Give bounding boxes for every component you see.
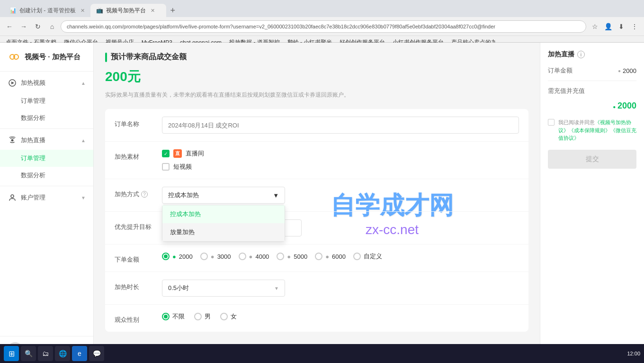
boost-video-label: 加热视频 [21,79,77,87]
material-short-video-option[interactable]: 短视频 [162,163,519,171]
settings-icon[interactable]: ⋮ [629,21,640,32]
material-live-badge-text: 直 [175,150,180,157]
tab-bar: 📊 创建计划 - 道哥管控板 ✕ 📺 视频号加热平台 ✕ + [0,0,644,17]
address-text: channels.weixin.qq.com/promote/pages/pla… [67,24,495,29]
amount-item-0[interactable]: ● 2000 [162,253,193,260]
taskbar-icon-3-symbol: 🌐 [59,350,67,357]
boost-video-arrow: ▲ [81,81,86,86]
gender-female[interactable]: 女 [220,312,237,321]
amount-radio-4[interactable] [315,253,322,260]
sidebar-item-account-mgmt[interactable]: 账户管理 ▼ [0,188,93,207]
taskbar-icon-1[interactable]: 🔍 [21,346,36,361]
order-name-input[interactable] [162,117,519,134]
gender-male-radio[interactable] [194,313,202,320]
new-tab-button[interactable]: + [166,4,179,17]
amount-label-2: ● [249,253,253,260]
profile-icon[interactable]: 👤 [602,21,614,32]
gender-label-text: 观众性别 [115,316,139,324]
tab-2[interactable]: 📺 视频号加热平台 ✕ [90,4,166,17]
taskbar-icon-2[interactable]: 🗂 [38,346,53,361]
amount-label-1: ● [211,253,215,260]
download-icon[interactable]: ⬇ [616,21,627,32]
agreement-checkbox[interactable] [548,119,555,126]
start-button[interactable]: ⊞ [4,346,19,361]
recharge-amount-row: ● 2000 [548,101,636,111]
content-area: 自学成才网 zx-cc.net 预计带来商品成交金额 200元 实际效果与直播质… [94,43,644,363]
right-panel-title: 加热直播 i [548,50,636,59]
dropdown-item-volume[interactable]: 放量加热 [162,223,285,241]
gender-nolimit-radio[interactable] [162,313,170,320]
amount-item-5[interactable]: 自定义 [353,252,382,261]
forward-button[interactable]: → [18,21,29,32]
amount-value-1: 3000 [217,253,231,260]
account-mgmt-label: 账户管理 [21,193,77,202]
material-live-checkbox[interactable]: ✓ [162,150,170,157]
order-mgmt-live-label: 订单管理 [21,154,45,163]
sidebar-item-order-mgmt-live[interactable]: 订单管理 [0,150,93,167]
amount-label: 下单金额 [115,252,162,264]
method-selected-text: 控成本加热 [168,191,199,200]
data-analysis-video-label: 数据分析 [21,114,45,122]
amount-radio-1[interactable] [200,253,208,260]
sidebar-item-order-mgmt-video[interactable]: 订单管理 [0,92,93,109]
logo-icon [8,50,21,64]
amount-radio-3[interactable] [277,253,284,260]
sidebar-item-data-analysis-video[interactable]: 数据分析 [0,109,93,127]
main-content: 自学成才网 zx-cc.net 预计带来商品成交金额 200元 实际效果与直播质… [94,43,540,363]
material-short-video-checkbox[interactable] [162,163,170,171]
agreement-link-2[interactable]: 《成本保障规则》 [569,127,610,133]
title-accent [105,53,107,62]
amount-item-4[interactable]: ● 6000 [315,253,346,260]
sidebar-item-boost-video[interactable]: 加热视频 ▲ [0,73,93,92]
material-label: 加热素材 [115,149,162,161]
section-title-bar: 预计带来商品成交金额 [105,52,528,62]
sidebar-section-1: 加热视频 ▲ 订单管理 数据分析 加 [0,72,93,209]
right-panel: 加热直播 i 订单金额 ● 2000 需充值并充值 ● 2000 [540,43,644,363]
method-select-box[interactable]: 控成本加热 ▼ [162,187,285,204]
form-container: 订单名称 加热素材 ✓ [105,109,528,332]
taskbar-icon-3[interactable]: 🌐 [55,346,70,361]
agreement-row: 我已阅读并同意《视频号加热协议》《成本保障规则》《微信豆充值协议》 [548,118,636,142]
tab-1-close[interactable]: ✕ [80,8,85,14]
taskbar-icon-4[interactable]: e [72,346,87,361]
amount-radio-5[interactable] [353,253,361,260]
tab-2-close[interactable]: ✕ [151,8,155,14]
submit-button[interactable]: 提交 [548,150,636,169]
material-live-option[interactable]: ✓ 直 直播间 [162,149,519,158]
bookmark-icon[interactable]: ☆ [589,21,600,32]
back-button[interactable]: ← [4,21,15,32]
amount-item-2[interactable]: ● 4000 [239,253,269,260]
amount-item-3[interactable]: ● 5000 [277,253,307,260]
panel-divider [548,81,636,81]
form-row-gender: 观众性别 不限 男 女 [105,305,528,332]
amount-item-1[interactable]: ● 3000 [200,253,231,260]
sidebar: 视频号 · 加热平台 加热视频 ▲ 订单管理 数据分析 [0,43,94,363]
duration-select[interactable]: 0.5小时 ▼ [162,280,285,297]
section-title: 预计带来商品成交金额 [111,52,187,62]
method-label-text: 加热方式 [115,190,139,199]
taskbar-icon-5[interactable]: 💬 [89,346,104,361]
amount-radio-0[interactable] [162,253,170,260]
tab-1[interactable]: 📊 创建计划 - 道哥管控板 ✕ [4,4,90,17]
address-bar[interactable]: channels.weixin.qq.com/promote/pages/pla… [61,20,586,33]
gender-male[interactable]: 男 [194,312,211,321]
reload-button[interactable]: ↻ [32,21,44,32]
method-help-icon[interactable]: ? [141,191,148,198]
gender-nolimit[interactable]: 不限 [162,312,185,321]
boost-live-arrow: ▲ [81,138,86,143]
sidebar-item-data-analysis-live[interactable]: 数据分析 [0,167,93,184]
amount-radio-2[interactable] [239,253,246,260]
account-mgmt-arrow: ▼ [81,195,86,200]
dropdown-item-cost-control-label: 控成本加热 [170,210,201,218]
material-live-label: 直播间 [186,149,204,158]
tab-1-label: 创建计划 - 道哥管控板 [19,7,76,15]
amount-value-0: 2000 [179,253,193,260]
method-selector: 控成本加热 ▼ 控成本加热 放量加热 [162,187,519,204]
gender-female-radio[interactable] [220,313,228,320]
right-panel-info-icon[interactable]: i [577,51,585,58]
dropdown-item-cost-control[interactable]: 控成本加热 [162,205,285,223]
sidebar-item-boost-live[interactable]: 加热直播 ▲ [0,131,93,150]
tab-2-label: 视频号加热平台 [106,7,146,15]
home-button[interactable]: ⌂ [46,21,58,32]
duration-label-text: 加热时长 [115,283,139,291]
